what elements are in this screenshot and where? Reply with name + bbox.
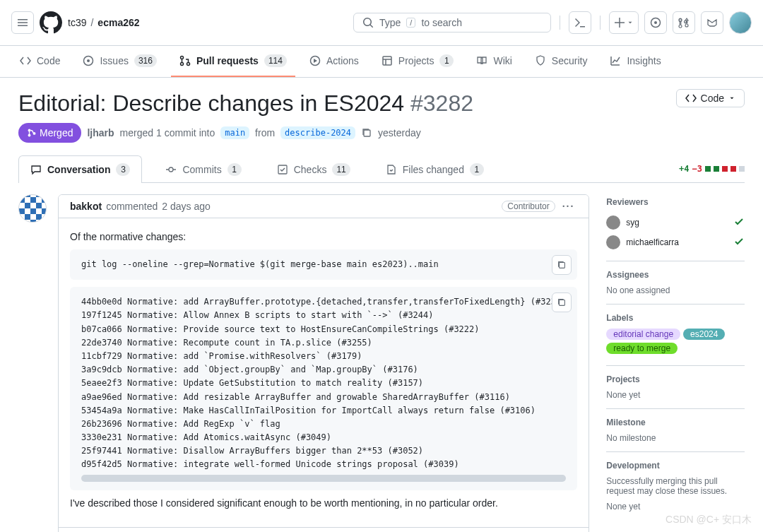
commenter-avatar[interactable] xyxy=(18,194,47,223)
labels-title: Labels xyxy=(606,313,745,323)
search-slash-key: / xyxy=(406,18,415,28)
diffstat: +4 −3 xyxy=(679,164,745,174)
repo-link[interactable]: ecma262 xyxy=(97,17,139,28)
horizontal-scrollbar[interactable] xyxy=(81,475,566,482)
label-pill[interactable]: editorial change xyxy=(606,329,680,340)
comment: bakkot commented 2 days ago Contributor … xyxy=(58,194,589,532)
comment-body: Of the normative changes: git log --onel… xyxy=(59,218,588,527)
divider xyxy=(560,16,560,30)
sidebar-reviewers: Reviewers sygmichaelficarra xyxy=(606,194,745,261)
projects-count: 1 xyxy=(439,54,454,67)
comment-author[interactable]: bakkot xyxy=(70,201,102,212)
pr-tabs: Conversation3 Commits1 Checks11 Files ch… xyxy=(18,155,745,183)
chevron-down-icon xyxy=(627,19,634,26)
pr-header: Editorial: Describe changes in ES2024 #3… xyxy=(18,89,745,117)
tab-issues[interactable]: Issues316 xyxy=(74,46,165,77)
code-block-1: git log --oneline --grep=Normative $(git… xyxy=(70,249,577,280)
comment-action: commented xyxy=(106,201,158,212)
issues-button[interactable] xyxy=(644,11,667,34)
reviewers-title: Reviewers xyxy=(606,197,745,207)
tab-insights[interactable]: Insights xyxy=(601,47,669,76)
sidebar-projects: Projects None yet xyxy=(606,366,745,409)
hamburger-menu[interactable] xyxy=(11,11,34,34)
reviewer-name: syg xyxy=(626,218,639,227)
repo-nav: Code Issues316 Pull requests114 Actions … xyxy=(0,46,763,78)
copy-button[interactable] xyxy=(552,292,572,312)
milestone-none: No milestone xyxy=(606,433,745,443)
milestone-title: Milestone xyxy=(606,418,745,427)
check-icon xyxy=(733,236,745,249)
copy-icon[interactable] xyxy=(361,127,372,138)
comment-p1: Of the normative changes: xyxy=(70,231,577,242)
svg-rect-16 xyxy=(560,300,565,306)
code-dropdown[interactable]: Code xyxy=(676,89,745,107)
pr-number: #3282 xyxy=(410,90,473,116)
head-branch[interactable]: describe-2024 xyxy=(280,126,355,139)
pr-meta: Merged ljharb merged 1 commit into main … xyxy=(18,123,745,143)
user-avatar[interactable] xyxy=(729,11,752,34)
tab-code[interactable]: Code xyxy=(11,47,69,76)
search-placeholder-suffix: to search xyxy=(421,17,462,28)
svg-point-6 xyxy=(187,63,189,66)
development-none: None yet xyxy=(606,502,745,512)
sidebar-assignees: Assignees No one assigned xyxy=(606,261,745,305)
timeline: bakkot commented 2 days ago Contributor … xyxy=(18,194,589,532)
reviewer-name: michaelficarra xyxy=(626,237,679,247)
tab-pull-requests[interactable]: Pull requests114 xyxy=(171,46,295,77)
tab-checks[interactable]: Checks11 xyxy=(265,155,362,183)
tab-conversation[interactable]: Conversation3 xyxy=(18,155,142,183)
svg-point-9 xyxy=(28,129,31,132)
tab-projects[interactable]: Projects1 xyxy=(373,46,463,77)
breadcrumb: tc39 / ecma262 xyxy=(68,17,140,28)
search-icon xyxy=(362,17,374,28)
topbar: tc39 / ecma262 Type / to search xyxy=(0,0,763,46)
assignees-title: Assignees xyxy=(606,270,745,280)
sidebar-milestone: Milestone No milestone xyxy=(606,409,745,452)
pulls-count: 114 xyxy=(264,54,287,67)
notifications-button[interactable] xyxy=(701,11,723,34)
comment-menu-button[interactable]: ··· xyxy=(560,201,578,212)
svg-point-10 xyxy=(28,134,31,137)
tab-security[interactable]: Security xyxy=(526,47,596,76)
check-icon xyxy=(733,216,745,230)
pr-when: yesterday xyxy=(378,127,421,138)
label-pill[interactable]: es2024 xyxy=(683,329,725,340)
pr-title: Editorial: Describe changes in ES2024 #3… xyxy=(18,89,473,117)
base-branch[interactable]: main xyxy=(220,126,249,139)
svg-rect-12 xyxy=(364,130,370,136)
state-badge-merged: Merged xyxy=(18,123,81,143)
tab-commits[interactable]: Commits1 xyxy=(153,155,253,183)
reviewer-avatar xyxy=(606,235,620,249)
tab-files-changed[interactable]: Files changed1 xyxy=(374,155,496,183)
projects-none: None yet xyxy=(606,390,745,400)
tab-wiki[interactable]: Wiki xyxy=(468,47,520,76)
comment-header: bakkot commented 2 days ago Contributor … xyxy=(59,195,588,218)
pr-author[interactable]: ljharb xyxy=(87,127,114,138)
create-new-button[interactable] xyxy=(609,11,639,34)
issues-count: 316 xyxy=(134,54,157,67)
svg-point-4 xyxy=(180,57,183,59)
search-input[interactable]: Type / to search xyxy=(353,13,551,32)
role-badge: Contributor xyxy=(502,201,555,212)
search-placeholder-prefix: Type xyxy=(379,17,401,28)
svg-point-13 xyxy=(169,167,173,172)
breadcrumb-separator: / xyxy=(90,17,93,28)
comment-timestamp[interactable]: 2 days ago xyxy=(162,201,211,212)
reviewer-item[interactable]: michaelficarra xyxy=(606,232,745,252)
chevron-down-icon xyxy=(728,95,735,102)
copy-button[interactable] xyxy=(552,255,572,275)
reviewer-item[interactable]: syg xyxy=(606,213,745,232)
pulls-button[interactable] xyxy=(673,11,695,34)
github-logo[interactable] xyxy=(40,11,62,34)
label-pill[interactable]: ready to merge xyxy=(606,343,678,354)
command-palette-button[interactable] xyxy=(569,11,591,34)
svg-point-1 xyxy=(654,21,657,24)
svg-point-3 xyxy=(87,59,90,62)
reviewer-avatar xyxy=(606,215,620,230)
svg-point-5 xyxy=(180,63,183,66)
code-block-2: 44bb0e0d Normative: add ArrayBuffer.prot… xyxy=(70,287,577,490)
tab-actions[interactable]: Actions xyxy=(301,47,367,76)
sidebar-labels: Labels editorial changees2024ready to me… xyxy=(606,305,745,366)
svg-rect-8 xyxy=(383,57,391,65)
owner-link[interactable]: tc39 xyxy=(68,17,86,28)
